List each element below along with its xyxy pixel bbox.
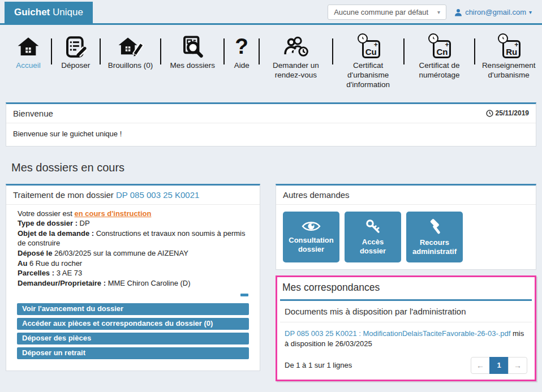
nav-label: Certificat d'urbanisme d'information [333, 61, 403, 90]
recours-administratif-tile[interactable]: Recours administratif [406, 212, 463, 262]
dossier-reference-link[interactable]: DP 085 003 25 K0021 [116, 190, 199, 200]
nav-item-brouillons[interactable]: Brouillons (0) [101, 32, 161, 71]
welcome-title: Bienvenue [13, 109, 53, 118]
welcome-date: 25/11/2019 [496, 109, 529, 117]
nav-item-certificat-numerotage[interactable]: Cn + Certificat de numérotage [405, 32, 475, 80]
key-icon [365, 218, 381, 234]
nav-label: Demander un rendez-vous [260, 61, 332, 80]
welcome-panel: Bienvenue 25/11/2019 Bienvenue sur le gu… [6, 102, 536, 147]
acces-dossier-tile[interactable]: Accès dossier [345, 212, 401, 262]
nav-item-aide[interactable]: ? Aide [225, 32, 259, 71]
dossier-status-link[interactable]: en cours d'instruction [74, 209, 151, 218]
default-commune-select[interactable]: Aucune commune par défaut ▾ [328, 5, 446, 20]
cn-plus-clock-icon: Cn + [427, 32, 451, 58]
ru-plus-clock-icon: Ru + [497, 32, 521, 58]
dossier-field: Parcelles : 3 AE 73 [18, 268, 248, 278]
svg-text:?: ? [235, 35, 248, 58]
dossier-field: Demandeur/Proprietaire : MME Chiron Caro… [18, 278, 248, 288]
brand-logo[interactable]: Guichet Unique [5, 2, 93, 23]
documents-subtitle: Documents mis à disposition par l'admini… [280, 301, 532, 322]
nav-label: Certificat de numérotage [405, 61, 475, 80]
clock-icon [486, 110, 493, 117]
tile-label: Consultation dossier [283, 236, 339, 253]
autres-demandes-title: Autres demandes [283, 190, 350, 200]
nav-item-accueil[interactable]: Accueil [6, 32, 51, 71]
chevron-down-icon: ▾ [529, 9, 532, 15]
dossier-status-line: Votre dossier est en cours d'instruction [18, 209, 248, 219]
document-pdf-link[interactable]: DP 085 003 25 K0021 : ModificationDelais… [285, 329, 510, 338]
nav-item-deposer[interactable]: Déposer [52, 32, 100, 71]
pagination: ← 1 → [471, 357, 527, 374]
user-account-menu[interactable]: chiron@gmail.com ▾ [454, 8, 532, 16]
document-line: DP 085 003 25 K0021 : ModificationDelais… [280, 322, 532, 351]
pagination-prev-button[interactable]: ← [471, 357, 490, 374]
view-progress-button[interactable]: Voir l'avancement du dossier [17, 303, 249, 315]
dossier-field: Déposé le 26/03/2025 sur la commune de A… [18, 248, 248, 259]
cu-plus-clock-icon: Cu + [356, 32, 380, 58]
top-bar: Guichet Unique Aucune commune par défaut… [0, 0, 542, 25]
nav-label: Mes dossiers [170, 61, 216, 71]
dossier-title-prefix: Traitement de mon dossier [13, 190, 114, 200]
autres-demandes-panel: Autres demandes Consultation dossier [276, 184, 536, 270]
user-icon [454, 8, 462, 16]
nav-label: Brouillons (0) [108, 61, 153, 71]
pagination-summary: De 1 à 1 sur 1 lignes [285, 361, 352, 369]
eye-icon [302, 220, 321, 232]
access-documents-button[interactable]: Accéder aux pièces et correspondances du… [17, 318, 249, 330]
brand-regular: Unique [53, 7, 83, 18]
nav-item-mes-dossiers[interactable]: Mes dossiers [161, 32, 223, 71]
documents-subpanel: Documents mis à disposition par l'admini… [280, 299, 532, 374]
dossier-panel: Traitement de mon dossier DP 085 003 25 … [6, 184, 260, 371]
collapse-icon[interactable] [240, 294, 248, 296]
commune-select-value: Aucune commune par défaut [334, 8, 428, 16]
correspondances-title: Mes correspondances [280, 279, 532, 299]
nav-label: Renseignement d'urbanisme [475, 61, 542, 80]
nav-item-certificat-urbanisme[interactable]: Cu + Certificat d'urbanisme d'informatio… [333, 32, 403, 90]
correspondances-highlight-box: Mes correspondances Documents mis à disp… [276, 275, 536, 381]
home-icon [16, 32, 40, 61]
main-navigation: Accueil Déposer [6, 32, 542, 90]
dossier-field: Objet de la demande : Constructions et t… [18, 229, 248, 248]
clock-icon [358, 33, 368, 44]
my-files-search-icon [180, 32, 204, 61]
deposit-form-icon [64, 32, 87, 61]
chevron-down-icon: ▾ [437, 9, 440, 15]
tile-label: Recours administratif [406, 238, 463, 256]
help-icon: ? [233, 32, 250, 61]
submit-documents-button[interactable]: Déposer des pièces [17, 333, 249, 344]
drafts-icon [118, 32, 144, 61]
nav-label: Déposer [61, 61, 90, 71]
section-title: Mes dossiers en cours [11, 161, 536, 174]
nav-item-rendez-vous[interactable]: Demander un rendez-vous [260, 32, 332, 80]
dossier-field: Au 6 Rue du rocher [18, 259, 248, 269]
header-divider [0, 23, 542, 25]
consultation-dossier-tile[interactable]: Consultation dossier [283, 212, 339, 262]
nav-label: Accueil [16, 61, 41, 71]
submit-withdrawal-button[interactable]: Déposer un retrait [17, 347, 249, 359]
nav-item-renseignement-urbanisme[interactable]: Ru + Renseignement d'urbanisme [475, 32, 542, 80]
welcome-message: Bienvenue sur le guichet unique ! [6, 123, 536, 146]
nav-label: Aide [234, 61, 250, 71]
appointment-icon [283, 32, 309, 61]
tile-label: Accès dossier [345, 238, 401, 255]
brand-bold: Guichet [14, 7, 50, 18]
gavel-icon [426, 218, 443, 235]
pagination-page-1-button[interactable]: 1 [489, 357, 509, 374]
user-email: chiron@gmail.com [465, 8, 526, 16]
pagination-next-button[interactable]: → [508, 357, 527, 374]
dossier-field: Type de dossier : DP [18, 218, 248, 229]
